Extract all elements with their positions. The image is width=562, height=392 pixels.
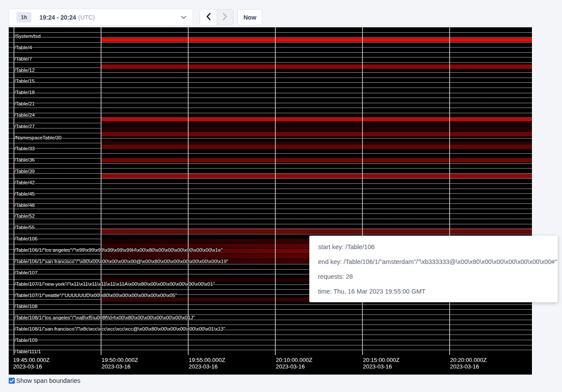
key-visualizer-page: 1h 19:24 - 20:24 (UTC) Now /System/tsd/T… xyxy=(0,0,562,392)
heat-bar xyxy=(101,38,532,42)
axis-date: 2023-03-16 xyxy=(189,363,225,370)
row-label: /NamespaceTable/30 xyxy=(14,135,61,140)
heat-bar xyxy=(101,229,532,233)
heat-bar xyxy=(101,158,532,162)
duration-badge: 1h xyxy=(17,12,31,23)
row-label: /Table/55 xyxy=(14,225,35,230)
time-zone-label: (UTC) xyxy=(78,14,95,21)
axis-time: 19:50:00.000Z xyxy=(102,357,138,363)
heat-bar xyxy=(101,122,532,126)
axis-date: 2023-03-16 xyxy=(13,363,50,370)
axis-date: 2023-03-16 xyxy=(363,363,399,370)
now-button[interactable]: Now xyxy=(237,9,262,25)
tooltip-line: start key: /Table/106 xyxy=(318,240,549,254)
row-label: /Table/24 xyxy=(14,112,35,118)
time-gridline xyxy=(362,27,363,355)
row-label: /Table/12 xyxy=(14,68,35,73)
row-label: /Table/107 xyxy=(14,270,37,275)
row-label: /Table/106 xyxy=(14,236,37,241)
chevron-left-icon xyxy=(206,13,211,22)
prev-time-button[interactable] xyxy=(200,10,217,25)
row-label: /Table/4 xyxy=(14,45,32,50)
show-span-boundaries-control: Show span boundaries xyxy=(9,377,81,384)
key-visualizer-canvas[interactable]: /System/tsd/Table/4/Table/7/Table/12/Tab… xyxy=(9,27,532,375)
time-gridline xyxy=(275,27,276,355)
heat-bar xyxy=(101,127,532,131)
row-label: /Table/27 xyxy=(14,124,35,129)
tooltip-line: end key: /Table/106/1/"amsterdam"/"\xb33… xyxy=(318,254,549,269)
time-gridline xyxy=(188,27,189,355)
axis-time: 19:45:00.000Z xyxy=(13,357,50,363)
row-label: /Table/111/1 xyxy=(14,349,41,354)
row-label: /Table/7 xyxy=(14,56,32,61)
row-label: /Table/52 xyxy=(14,213,35,219)
axis-date: 2023-03-16 xyxy=(276,363,312,370)
horizontal-gridlines xyxy=(9,27,532,355)
row-label: /Table/33 xyxy=(14,146,35,151)
axis-time: 20:10:00.000Z xyxy=(276,357,312,363)
row-label: /Table/21 xyxy=(14,101,35,106)
x-axis-label: 20:10:00.000Z2023-03-16 xyxy=(276,357,312,370)
time-gridline xyxy=(449,27,450,355)
time-range-select[interactable]: 1h 19:24 - 20:24 (UTC) xyxy=(9,9,193,26)
row-label: /Table/15 xyxy=(14,78,35,84)
x-axis-label: 20:15:00.000Z2023-03-16 xyxy=(363,357,399,370)
tooltip-line: requests: 28 xyxy=(318,269,549,284)
next-time-button[interactable] xyxy=(217,10,233,25)
axis-date: 2023-03-16 xyxy=(102,363,138,370)
checkbox-check-icon xyxy=(10,377,14,385)
tooltip: start key: /Table/106end key: /Table/106… xyxy=(309,236,558,302)
time-nav-group xyxy=(200,9,234,25)
row-label: /Table/108/1/"san francisco"/"\x8c\xcc\x… xyxy=(14,326,225,331)
axis-time: 20:20:00.000Z xyxy=(450,357,487,363)
row-label: /Table/107/1/"seattle"/"UUUUUUD\x00\x80\… xyxy=(14,293,177,298)
row-label: /Table/42 xyxy=(14,180,35,185)
axis-time: 20:15:00.000Z xyxy=(363,357,399,363)
heat-bar xyxy=(101,145,532,149)
axis-date: 2023-03-16 xyxy=(450,363,487,370)
show-span-boundaries-label[interactable]: Show span boundaries xyxy=(16,377,81,384)
row-label: /Table/48 xyxy=(14,203,35,208)
time-range-label: 19:24 - 20:24 xyxy=(39,14,76,21)
chevron-down-icon xyxy=(181,16,186,19)
row-label: /Table/108 xyxy=(14,304,37,309)
row-label: /Table/18 xyxy=(14,90,35,95)
axis-time: 19:55:00.000Z xyxy=(189,357,225,363)
heat-bar xyxy=(101,141,532,145)
x-axis-label: 19:45:00.000Z2023-03-16 xyxy=(13,357,50,370)
heat-bar xyxy=(101,132,532,136)
show-span-boundaries-checkbox[interactable] xyxy=(9,378,15,384)
row-label: /Table/109 xyxy=(14,338,37,343)
x-axis-label: 19:55:00.000Z2023-03-16 xyxy=(189,357,225,370)
row-label: /Table/39 xyxy=(14,169,35,174)
chevron-right-icon xyxy=(223,13,227,22)
time-gridline xyxy=(101,27,102,355)
heat-bar xyxy=(101,64,532,69)
row-label: /Table/36 xyxy=(14,157,35,162)
x-axis-label: 19:50:00.000Z2023-03-16 xyxy=(102,357,138,370)
row-label: /Table/45 xyxy=(14,191,35,196)
tooltip-line: time: Thu, 16 Mar 2023 19:55:00 GMT xyxy=(318,284,549,299)
row-label: /Table/107/1/"new york"/"\x11\x11\x11\x1… xyxy=(14,281,215,287)
row-label: /Table/106/1/"san francisco"/"\x80\x00\x… xyxy=(14,259,228,264)
heat-bar xyxy=(101,117,532,121)
row-label: /Table/108/1/"los angeles"/"\xa8\xf5\u00… xyxy=(14,315,195,320)
row-label: /System/tsd xyxy=(14,34,41,39)
x-axis-label: 20:20:00.000Z2023-03-16 xyxy=(450,357,487,370)
heat-bar xyxy=(101,174,532,178)
row-label: /Table/106/1/"los angeles"/"\x99\x99\x99… xyxy=(14,247,223,253)
